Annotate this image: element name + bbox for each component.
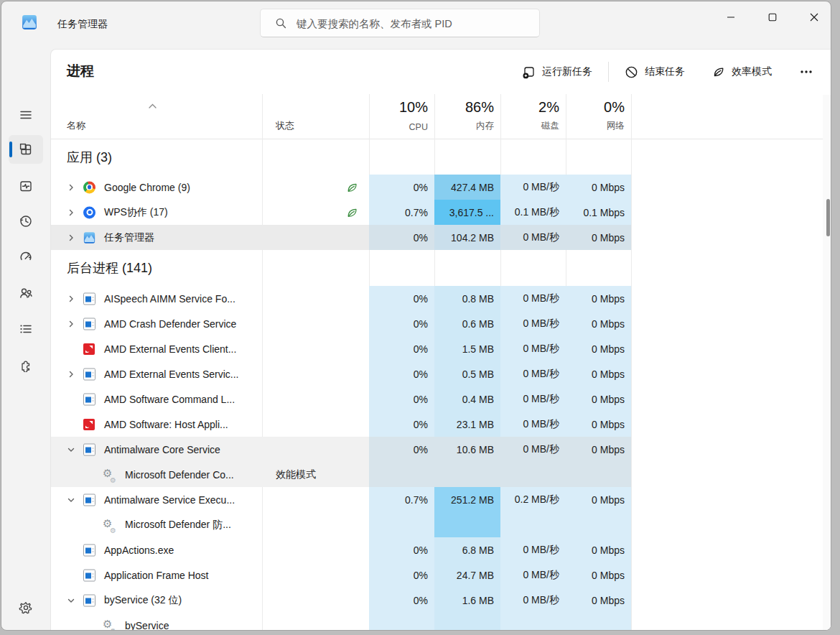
sidebar-item-details[interactable]: [9, 315, 43, 343]
mem-cell: 23.1 MB: [434, 412, 500, 437]
net-cell: 0 Mbps: [566, 386, 631, 412]
efficiency-leaf-icon: [346, 206, 358, 218]
more-options-button[interactable]: [790, 60, 822, 84]
disk-cell: [500, 613, 566, 631]
process-row[interactable]: AMD Software Command L...0%0.4 MB0 MB/秒0…: [51, 386, 831, 412]
scrollbar-track[interactable]: [823, 95, 831, 631]
process-row[interactable]: Antimalware Service Execu...0.7%251.2 MB…: [51, 487, 831, 512]
search-icon: [275, 17, 287, 29]
disk-cell: [500, 512, 566, 537]
scrollbar-thumb[interactable]: [826, 199, 830, 236]
close-button[interactable]: [798, 1, 831, 33]
process-row[interactable]: AMD External Events Servic...0%0.5 MB0 M…: [51, 361, 831, 386]
mem-cell: 3,617.5 ...: [434, 200, 500, 225]
process-name: Microsoft Defender 防...: [125, 519, 231, 532]
ellipsis-icon: [799, 65, 813, 78]
net-cell: 0 Mbps: [566, 537, 631, 562]
disk-cell: 0 MB/秒: [500, 336, 566, 361]
column-header-cpu[interactable]: 10% CPU: [369, 94, 434, 139]
process-name: AMD Software: Host Appli...: [104, 419, 228, 430]
process-name: WPS协作 (17): [104, 206, 168, 219]
sidebar-item-users[interactable]: [9, 279, 43, 307]
cpu-cell: 0%: [369, 437, 434, 462]
process-row[interactable]: AMD External Events Client...0%1.5 MB0 M…: [51, 336, 831, 361]
net-cell: 0 Mbps: [566, 336, 631, 361]
process-row[interactable]: AMD Crash Defender Service0%0.6 MB0 MB/秒…: [51, 311, 831, 336]
run-new-task-button[interactable]: 运行新任务: [513, 60, 601, 85]
end-task-button[interactable]: 结束任务: [616, 60, 694, 85]
network-total-percent: 0%: [604, 99, 625, 116]
disk-cell: 0 MB/秒: [500, 386, 566, 412]
run-new-task-label: 运行新任务: [542, 65, 592, 78]
net-cell: 0 Mbps: [566, 361, 631, 386]
process-name: byService: [125, 620, 169, 631]
collapse-chevron-icon[interactable]: [67, 496, 75, 504]
mem-cell: 24.7 MB: [434, 562, 500, 588]
process-row[interactable]: ⚙⚙byService: [51, 613, 831, 631]
disk-cell: 0 MB/秒: [500, 225, 566, 250]
sidebar-item-settings[interactable]: [9, 593, 43, 622]
column-header-memory[interactable]: 86% 内存: [434, 94, 500, 139]
process-name: Application Frame Host: [104, 570, 209, 581]
process-row[interactable]: Application Frame Host0%24.7 MB0 MB/秒0 M…: [51, 562, 831, 588]
sidebar-item-menu[interactable]: [9, 101, 43, 129]
group-label: 后台进程 (141): [67, 259, 152, 277]
process-row[interactable]: 任务管理器0%104.2 MB0 MB/秒0 Mbps: [51, 225, 831, 250]
process-row[interactable]: AMD Software: Host Appli...0%23.1 MB0 MB…: [51, 412, 831, 437]
expand-chevron-icon[interactable]: [67, 295, 75, 303]
end-task-label: 结束任务: [645, 65, 685, 78]
process-row[interactable]: AppActions.exe0%6.8 MB0 MB/秒0 Mbps: [51, 537, 831, 562]
task-manager-logo-icon: [22, 14, 37, 30]
column-header-status[interactable]: 状态: [276, 119, 294, 132]
sidebar-nav: [1, 47, 50, 630]
mem-cell: [434, 462, 500, 487]
expand-chevron-icon[interactable]: [67, 183, 75, 192]
process-row[interactable]: WPS协作 (17)0.7%3,617.5 ...0.1 MB/秒0.1 Mbp…: [51, 200, 831, 225]
disk-cell: 0.1 MB/秒: [500, 200, 566, 225]
cpu-cell: 0%: [369, 537, 434, 562]
column-header-network[interactable]: 0% 网络: [566, 94, 631, 139]
net-cell: 0 Mbps: [566, 562, 631, 588]
mem-cell: 0.5 MB: [434, 361, 500, 386]
process-row[interactable]: Google Chrome (9)0%427.4 MB0 MB/秒0 Mbps: [51, 175, 831, 200]
efficiency-mode-label: 效率模式: [732, 65, 772, 78]
process-row[interactable]: ⚙⚙Microsoft Defender Co...效能模式: [51, 462, 831, 487]
process-row[interactable]: Antimalware Core Service0%10.6 MB0 MB/秒0…: [51, 437, 831, 462]
search-input[interactable]: [295, 10, 535, 37]
search-box[interactable]: [260, 9, 540, 37]
disk-cell: 0 MB/秒: [500, 286, 566, 311]
maximize-button[interactable]: [756, 1, 789, 33]
disk-cell: 0 MB/秒: [500, 311, 566, 336]
service-window-icon: [83, 569, 95, 581]
cpu-cell: 0%: [369, 311, 434, 336]
net-cell: 0 Mbps: [566, 286, 631, 311]
collapse-chevron-icon[interactable]: [67, 445, 75, 454]
net-cell: 0 Mbps: [566, 175, 631, 200]
service-window-icon: [83, 318, 95, 330]
task-manager-icon: [83, 231, 95, 244]
sidebar-item-services[interactable]: [9, 351, 43, 379]
process-row[interactable]: byService (32 位)0%1.6 MB0 MB/秒0 Mbps: [51, 588, 831, 613]
process-name: Microsoft Defender Co...: [125, 469, 234, 481]
minimize-button[interactable]: [714, 1, 747, 33]
column-header-disk[interactable]: 2% 磁盘: [500, 94, 566, 139]
efficiency-mode-button[interactable]: 效率模式: [704, 60, 780, 84]
wps-icon: [83, 206, 95, 218]
expand-chevron-icon[interactable]: [67, 233, 75, 242]
sidebar-item-startup-apps[interactable]: [9, 243, 43, 272]
toolbar: 运行新任务 结束任务 效率模式: [513, 50, 822, 94]
process-row[interactable]: AISpeech AIMM Service Fo...0%0.8 MB0 MB/…: [51, 286, 831, 311]
net-cell: 0 Mbps: [566, 412, 631, 437]
sidebar-item-app-history[interactable]: [9, 207, 43, 236]
expand-chevron-icon[interactable]: [67, 370, 75, 379]
expand-chevron-icon[interactable]: [67, 208, 75, 217]
disk-cell: 0 MB/秒: [500, 562, 566, 588]
sidebar-item-performance[interactable]: [9, 172, 43, 200]
sidebar-item-processes[interactable]: [9, 135, 43, 164]
process-row[interactable]: ⚙⚙Microsoft Defender 防...: [51, 512, 831, 537]
chrome-icon: [83, 181, 95, 193]
column-header-name[interactable]: 名称: [67, 119, 85, 132]
collapse-chevron-icon[interactable]: [67, 596, 75, 605]
content-panel: 进程 运行新任务 结束任务 效率模式: [50, 49, 831, 631]
expand-chevron-icon[interactable]: [67, 320, 75, 328]
